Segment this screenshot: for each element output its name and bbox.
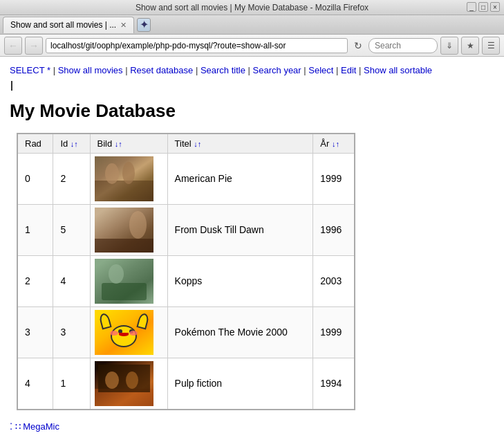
minimize-btn[interactable]: _ <box>467 2 476 12</box>
reset-database-link[interactable]: Reset database <box>130 65 193 75</box>
cell-ar: 1999 <box>313 153 355 204</box>
table-row: 3 3 Pokémon The Movie 2000 1999 <box>17 306 355 358</box>
tab-close-btn[interactable]: ✕ <box>120 21 127 29</box>
cell-ar: 1996 <box>313 204 355 255</box>
edit-link[interactable]: Edit <box>341 65 356 75</box>
page-content: SELECT * | Show all movies | Reset datab… <box>0 57 504 440</box>
select-nav-link[interactable]: Select <box>308 65 333 75</box>
cell-titel: Pokémon The Movie 2000 <box>167 306 313 358</box>
reload-btn[interactable]: ↻ <box>351 38 366 53</box>
cell-rad: 3 <box>17 306 53 358</box>
footer-brand: MegaMic <box>23 421 59 432</box>
footer: ⁚ ∷ MegaMic <box>10 421 494 432</box>
show-all-sortable-link[interactable]: Show all sortable <box>364 65 432 75</box>
window-title: Show and sort all movies | My Movie Data… <box>136 3 368 12</box>
col-rad: Rad <box>17 134 53 154</box>
tools-btn[interactable]: ☰ <box>482 37 500 55</box>
cell-rad: 1 <box>17 204 53 255</box>
page-heading: My Movie Database <box>10 100 494 122</box>
sort-titel-desc[interactable]: ↑ <box>198 140 202 148</box>
cell-titel: Pulp fiction <box>167 358 313 410</box>
search-year-link[interactable]: Search year <box>253 65 301 75</box>
cell-id: 3 <box>53 306 90 358</box>
sort-bild-desc[interactable]: ↑ <box>118 140 122 148</box>
tab-bar: Show and sort all movies | ... ✕ ✦ <box>0 15 504 35</box>
cell-id: 5 <box>53 204 90 255</box>
col-bild: Bild ↓↑ <box>90 134 167 154</box>
active-tab[interactable]: Show and sort all movies | ... ✕ <box>3 17 134 33</box>
cell-ar: 1994 <box>313 358 355 410</box>
url-input[interactable] <box>46 38 348 53</box>
cell-rad: 2 <box>17 255 53 306</box>
cell-id: 2 <box>53 153 90 204</box>
table-header-row: Rad Id ↓↑ Bild ↓↑ Titel ↓↑ År ↓↑ <box>17 134 355 154</box>
cell-rad: 4 <box>17 358 53 410</box>
back-btn[interactable]: ← <box>4 37 22 55</box>
cell-rad: 0 <box>17 153 53 204</box>
maximize-btn[interactable]: □ <box>478 2 488 12</box>
table-row: 0 2 American Pie 1999 <box>17 153 355 204</box>
nav-bar: ← → ↻ ⇓ ★ ☰ <box>0 35 504 57</box>
separator-1: | <box>53 65 58 75</box>
cell-bild <box>90 306 167 358</box>
new-tab-btn[interactable]: ✦ <box>137 18 151 32</box>
cursor-indicator <box>11 81 494 91</box>
cell-bild <box>90 255 167 306</box>
cell-bild <box>90 358 167 410</box>
col-id: Id ↓↑ <box>53 134 90 154</box>
sort-ar-desc[interactable]: ↑ <box>335 140 339 148</box>
forward-btn[interactable]: → <box>25 37 43 55</box>
cell-ar: 1999 <box>313 306 355 358</box>
show-all-movies-link[interactable]: Show all movies <box>58 65 123 75</box>
col-ar: År ↓↑ <box>313 134 355 154</box>
movie-table: Rad Id ↓↑ Bild ↓↑ Titel ↓↑ År ↓↑ 0 2 <box>17 133 355 410</box>
close-window-btn[interactable]: × <box>490 2 500 12</box>
cell-id: 4 <box>53 255 90 306</box>
cell-titel: Kopps <box>167 255 313 306</box>
browser-search-input[interactable] <box>368 38 438 53</box>
table-row: 2 4 Kopps 2003 <box>17 255 355 306</box>
bookmark-btn[interactable]: ★ <box>461 37 479 55</box>
select-link[interactable]: SELECT * <box>10 65 50 75</box>
table-row: 1 5 From Dusk Till Dawn 1996 <box>17 204 355 255</box>
tab-label: Show and sort all movies | ... <box>10 20 116 30</box>
cell-bild <box>90 204 167 255</box>
cell-ar: 2003 <box>313 255 355 306</box>
cell-titel: From Dusk Till Dawn <box>167 204 313 255</box>
download-btn[interactable]: ⇓ <box>440 37 458 55</box>
nav-links: SELECT * | Show all movies | Reset datab… <box>10 64 494 78</box>
cell-id: 1 <box>53 358 90 410</box>
sort-id-desc[interactable]: ↑ <box>74 140 78 148</box>
table-row: 4 1 Pulp fiction 1994 <box>17 358 355 410</box>
cell-bild <box>90 153 167 204</box>
title-bar: Show and sort all movies | My Movie Data… <box>0 0 504 15</box>
col-titel: Titel ↓↑ <box>167 134 313 154</box>
footer-dots: ⁚ ∷ <box>10 421 21 432</box>
search-title-link[interactable]: Search title <box>200 65 245 75</box>
cell-titel: American Pie <box>167 153 313 204</box>
